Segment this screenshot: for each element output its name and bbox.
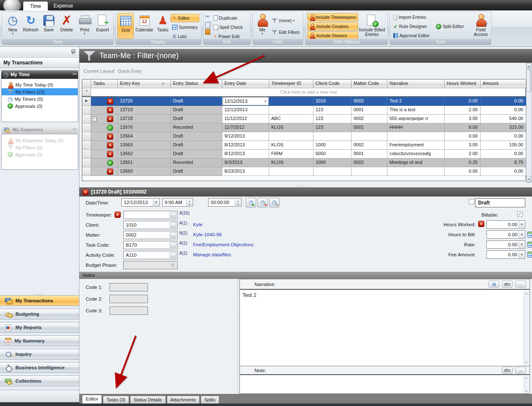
duplicate-button[interactable]: Duplicate bbox=[213, 14, 244, 22]
scroll-up-button[interactable]: ▲ bbox=[527, 63, 531, 69]
spinner-arrows[interactable]: ▴▾ bbox=[235, 199, 241, 206]
code2-field[interactable] bbox=[109, 295, 148, 303]
export-button[interactable]: ➜ Export bbox=[94, 13, 112, 39]
hours-worked-cell[interactable]: 0.00 bbox=[445, 132, 481, 141]
tab-tasks[interactable]: Tasks (3) bbox=[103, 396, 129, 403]
row-indicator-cell[interactable] bbox=[82, 106, 91, 115]
task-code-field[interactable]: B170... bbox=[123, 241, 178, 249]
note-more-button[interactable]: ... bbox=[515, 367, 526, 374]
note-scrollbar[interactable]: ▲ ▼ bbox=[524, 376, 529, 393]
client-code-cell[interactable]: 123 bbox=[313, 123, 351, 132]
client-code-cell[interactable]: 123 bbox=[313, 106, 351, 115]
sidebar-item-expense-filters[interactable]: My Filters (0) bbox=[2, 144, 78, 151]
row-indicator-cell[interactable] bbox=[82, 115, 91, 123]
grid-add-row[interactable]: *Click here to add a new row bbox=[82, 88, 525, 97]
matter-code-cell[interactable] bbox=[351, 167, 387, 176]
row-indicator-cell[interactable] bbox=[82, 167, 91, 176]
dropdown-arrow-icon[interactable]: ▾ bbox=[153, 199, 159, 206]
activity-code-field[interactable]: A110... bbox=[123, 251, 178, 259]
calendar-view-button[interactable]: Calendar bbox=[134, 13, 155, 39]
entry-time-spinner[interactable]: 9:00 AM▴▾ bbox=[162, 198, 193, 207]
hours-worked-cell[interactable]: 3.00 bbox=[445, 115, 481, 123]
narrative-cell[interactable]: Test 2 bbox=[387, 97, 445, 106]
table-row-13720[interactable]: ▸13720Draft12/12/2013▾10100002Test 20.00… bbox=[82, 97, 525, 106]
grid-vertical-scrollbar[interactable]: ▲ ▼ bbox=[526, 63, 532, 183]
field-access-button[interactable]: ✓ Field Access bbox=[472, 13, 489, 39]
expand-row-icon[interactable]: + bbox=[92, 117, 97, 121]
matter-code-cell[interactable]: 0002 bbox=[351, 97, 387, 106]
hours-worked-cell[interactable]: 0.25 bbox=[445, 158, 481, 167]
scroll-thumb[interactable] bbox=[527, 70, 531, 92]
approval-editor-button[interactable]: Split Editor bbox=[434, 22, 472, 31]
hours-worked-cell[interactable]: 2.00 bbox=[445, 106, 481, 115]
browse-button[interactable]: ... bbox=[170, 232, 176, 238]
fee-amount-field[interactable]: 0.00▾ bbox=[486, 250, 525, 259]
entry-date-combo[interactable]: 12/12/2013▾ bbox=[121, 198, 160, 207]
column-header-hours-worked[interactable]: Hours Worked bbox=[445, 79, 481, 88]
entry-key-cell[interactable]: 13563 bbox=[118, 141, 171, 150]
entry-date-cell[interactable]: 8/23/2013 bbox=[222, 167, 269, 176]
entry-date-editor-cell[interactable]: 12/12/2013▾ bbox=[222, 97, 269, 106]
print-button[interactable]: Print ▾ bbox=[76, 13, 94, 39]
client-code-cell[interactable]: 123 bbox=[313, 115, 351, 123]
amount-cell[interactable]: 0.00 bbox=[481, 150, 526, 158]
entry-date-cell[interactable]: 9/12/2013 bbox=[222, 132, 269, 141]
ribbon-tab-time[interactable]: Time bbox=[23, 1, 48, 10]
code1-field[interactable] bbox=[109, 283, 148, 291]
table-row-13560[interactable]: 13560Draft8/23/20130.000.00 bbox=[82, 167, 525, 176]
nav-collections[interactable]: Collections bbox=[0, 375, 79, 386]
entry-status-cell[interactable]: Draft bbox=[171, 141, 222, 150]
note-textarea[interactable] bbox=[240, 376, 529, 393]
narrative-cell[interactable]: HHHH bbox=[387, 123, 445, 132]
matter-code-cell[interactable] bbox=[351, 132, 387, 141]
calculator-icon[interactable] bbox=[527, 242, 532, 248]
rate-field[interactable]: 0.00▾ bbox=[486, 240, 525, 249]
hours-worked-cell[interactable]: 3.00 bbox=[445, 141, 481, 150]
entry-status-cell[interactable]: Recorded bbox=[171, 158, 222, 167]
collapse-chevron-icon[interactable]: ^^ bbox=[72, 72, 76, 77]
my-time-group-header[interactable]: ◷ My Time ^^ bbox=[1, 70, 78, 79]
horizontal-splitter-handle[interactable]: ,,,,, bbox=[288, 182, 313, 186]
amount-cell[interactable]: 0.00 bbox=[481, 97, 526, 106]
save-button[interactable]: Save bbox=[40, 13, 58, 39]
date-dropdown-arrow[interactable]: ▾ bbox=[265, 100, 267, 103]
entry-status-cell[interactable]: Draft bbox=[171, 150, 222, 158]
sidebar-item-my-filters[interactable]: My Filters (23) bbox=[2, 88, 78, 95]
hours-worked-cell[interactable]: 9.00 bbox=[445, 123, 481, 132]
entry-date-cell[interactable]: 9/3/2013 bbox=[222, 158, 269, 167]
entry-key-cell[interactable]: 13720 bbox=[118, 97, 171, 106]
client-code-cell[interactable]: 1010 bbox=[313, 97, 351, 106]
ribbon-tab-expense[interactable]: Expense bbox=[47, 1, 80, 10]
dropdown-arrow-icon[interactable]: ▾ bbox=[519, 221, 524, 228]
add-new-row-cell[interactable]: Click here to add a new row bbox=[91, 88, 526, 97]
timer-reset-button[interactable]: ◷➜ bbox=[269, 198, 280, 207]
hours-worked-cell[interactable]: 2.00 bbox=[445, 150, 481, 158]
hours-to-bill-field[interactable]: 0.00▾ bbox=[486, 230, 525, 239]
narrative-cell[interactable]: 555 wqrwrqwqwr rr bbox=[387, 115, 445, 123]
amount-cell[interactable]: 8.75 bbox=[481, 158, 526, 167]
nav-budgeting[interactable]: Budgeting bbox=[0, 309, 79, 319]
nav-my-reports[interactable]: My Reports bbox=[0, 322, 79, 333]
include-creators-toggle[interactable]: Include Creators bbox=[307, 22, 358, 31]
matter-code-cell[interactable]: 0001 bbox=[351, 106, 387, 115]
client-code-cell[interactable] bbox=[313, 167, 351, 176]
code3-field[interactable] bbox=[109, 306, 148, 315]
matter-code-cell[interactable]: 0002 bbox=[351, 115, 387, 123]
entry-key-cell[interactable]: 13561 bbox=[118, 158, 171, 167]
sidebar-item-expense-approvals[interactable]: Approvals (0) bbox=[2, 151, 78, 158]
include-billed-entries-button[interactable]: Include Billed Entries bbox=[358, 13, 386, 39]
dropdown-arrow-icon[interactable]: ▾ bbox=[519, 231, 524, 238]
entry-key-cell[interactable]: 13562 bbox=[118, 150, 171, 158]
table-row-13562[interactable]: 13562Draft8/12/2013FIRM50500001cxbxcbzvz… bbox=[82, 150, 525, 158]
note-spellcheck-button[interactable]: abc bbox=[502, 367, 513, 374]
sidebar-item-my-timers[interactable]: ◷ My Timers (0) bbox=[2, 95, 78, 102]
entry-date-cell[interactable]: 11/12/2012 bbox=[222, 115, 269, 123]
nav-inquiry[interactable]: Inquiry bbox=[0, 349, 79, 360]
matter-code-cell[interactable]: 0001 bbox=[351, 150, 387, 158]
task-status-cell[interactable] bbox=[91, 123, 118, 132]
amount-cell[interactable]: 0.00 bbox=[481, 167, 526, 176]
row-indicator-cell[interactable] bbox=[82, 150, 91, 158]
narrative-cell[interactable]: Fee/employment bbox=[387, 141, 445, 150]
browse-button[interactable]: ... bbox=[170, 242, 176, 248]
entry-status-cell[interactable]: Draft bbox=[171, 167, 222, 176]
